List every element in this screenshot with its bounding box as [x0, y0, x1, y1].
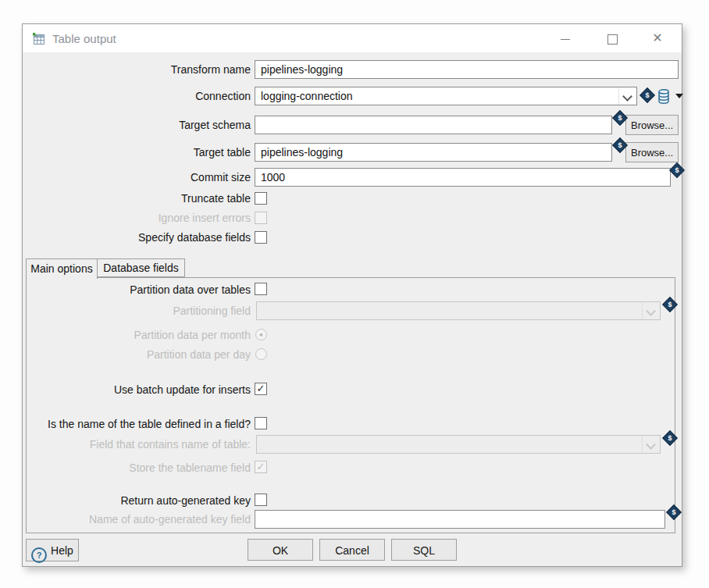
partitioning-field-label: Partitioning field: [23, 301, 251, 320]
truncate-table-label: Truncate table: [23, 192, 251, 205]
table-name-in-field-checkbox[interactable]: [255, 417, 267, 429]
partition-per-day-label: Partition data per day: [23, 348, 251, 361]
table-name-field-label: Field that contains name of table:: [23, 435, 251, 454]
transform-name-input[interactable]: [255, 60, 679, 79]
target-table-label: Target table: [23, 143, 251, 162]
ignore-insert-errors-label: Ignore insert errors: [23, 212, 251, 224]
batch-update-checkbox[interactable]: ✓: [255, 383, 267, 395]
partition-per-month-label: Partition data per month: [23, 329, 251, 341]
specify-database-fields-label: Specify database fields: [23, 231, 251, 244]
partition-over-tables-checkbox[interactable]: [255, 283, 267, 295]
chevron-down-icon: [646, 306, 656, 316]
options-tabfolder: Main options Database fields: [26, 258, 675, 533]
connection-menu-caret-icon[interactable]: [675, 94, 683, 98]
auto-key-field-label: Name of auto-generated key field: [23, 510, 251, 529]
partition-per-month-radio: ●: [255, 329, 267, 340]
connection-dropdown-zone[interactable]: [618, 87, 636, 105]
partition-per-day-radio: [255, 348, 267, 360]
chevron-down-icon: [622, 91, 632, 102]
target-schema-browse-button[interactable]: Browse...: [625, 115, 679, 135]
return-auto-key-label: Return auto-generated key: [23, 494, 251, 507]
ignore-insert-errors-checkbox: [255, 212, 267, 224]
target-schema-label: Target schema: [23, 116, 251, 134]
store-tablename-label: Store the tablename field: [23, 461, 251, 474]
commit-size-label: Commit size: [23, 168, 251, 187]
target-schema-input[interactable]: [255, 116, 612, 134]
database-icon[interactable]: [657, 89, 670, 104]
tab-database-fields[interactable]: Database fields: [98, 258, 185, 277]
ok-button[interactable]: OK: [248, 539, 313, 561]
return-auto-key-checkbox[interactable]: [255, 494, 267, 506]
chevron-down-icon: [646, 440, 656, 450]
specify-database-fields-checkbox[interactable]: [255, 231, 267, 244]
maximize-icon[interactable]: [599, 24, 625, 52]
connection-combobox[interactable]: logging-connection: [255, 87, 637, 105]
close-icon[interactable]: ✕: [644, 24, 671, 52]
help-button[interactable]: ?Help: [26, 539, 79, 561]
commit-size-input[interactable]: [255, 168, 671, 187]
minimize-icon[interactable]: [552, 24, 579, 52]
partition-over-tables-label: Partition data over tables: [23, 283, 251, 296]
target-table-browse-button[interactable]: Browse...: [625, 142, 679, 162]
connection-value: logging-connection: [261, 87, 618, 105]
screen: Table output ✕ Transform name Connection…: [0, 0, 709, 588]
transform-name-label: Transform name: [23, 60, 251, 79]
connection-label: Connection: [23, 87, 251, 105]
batch-update-label: Use batch update for inserts: [23, 383, 251, 396]
truncate-table-checkbox[interactable]: [255, 192, 267, 205]
store-tablename-checkbox: ✓: [255, 461, 267, 473]
auto-key-field-input: [255, 510, 665, 529]
table-output-step-icon: [32, 32, 46, 45]
table-name-field-combobox: [256, 435, 661, 454]
cancel-button[interactable]: Cancel: [319, 539, 385, 561]
sql-button[interactable]: SQL: [391, 539, 457, 561]
table-name-in-field-label: Is the name of the table defined in a fi…: [23, 418, 251, 430]
tab-main-options[interactable]: Main options: [26, 258, 98, 279]
variable-icon: $: [669, 162, 685, 178]
target-table-input[interactable]: [255, 143, 612, 162]
table-output-dialog: Table output ✕ Transform name Connection…: [22, 23, 682, 567]
window-title: Table output: [52, 24, 116, 52]
titlebar: Table output ✕: [23, 24, 682, 52]
variable-icon: $: [640, 87, 655, 103]
partitioning-field-combobox: [256, 301, 661, 320]
help-icon: ?: [31, 547, 47, 563]
